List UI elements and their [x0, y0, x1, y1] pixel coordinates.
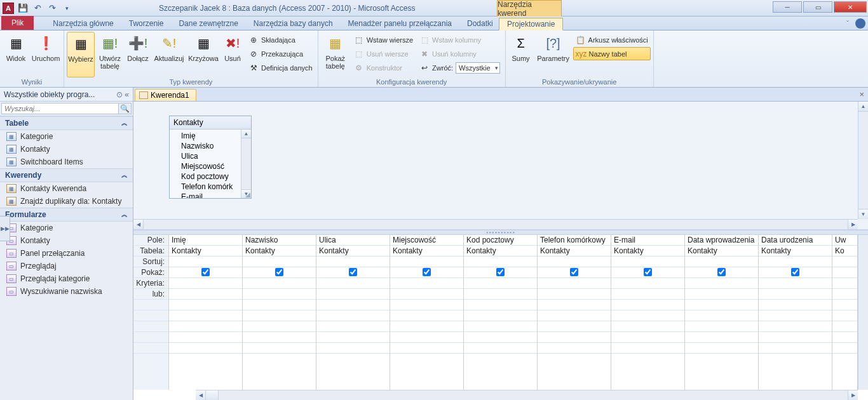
cell-or[interactable] [759, 289, 832, 300]
nav-item-switchboard[interactable]: ▦Switchboard Items [0, 156, 133, 168]
cell-criteria[interactable] [169, 278, 242, 289]
cell-table[interactable]: Kontakty [390, 246, 463, 257]
table-box-scrollbar[interactable]: ▲ ▼ [241, 130, 251, 198]
cell-show[interactable] [390, 267, 463, 278]
nav-group-tables[interactable]: Tabele︽ [0, 116, 133, 130]
append-button[interactable]: ➕! Dołącz [125, 32, 151, 77]
upper-v-scrollbar[interactable]: ▲ ▼ [858, 102, 868, 219]
resize-handle-icon[interactable] [243, 190, 251, 198]
show-checkbox[interactable] [349, 268, 357, 276]
nav-search-toggle-icon[interactable]: ⊙ « [116, 90, 129, 99]
nav-item-duplicates[interactable]: ▦Znajdź duplikaty dla: Kontakty [0, 195, 133, 208]
cell-field[interactable]: Data wprowadzenia [685, 235, 758, 246]
cell-field[interactable]: E-mail [611, 235, 684, 246]
cell-criteria[interactable] [390, 278, 463, 289]
cell-sort[interactable] [316, 257, 390, 267]
cell-sort[interactable] [538, 257, 611, 267]
cell-criteria[interactable] [316, 278, 390, 289]
help-icon[interactable]: ? [855, 18, 865, 29]
cell-or[interactable] [538, 289, 611, 300]
show-table-button[interactable]: ▦ Pokaż tabelę [321, 32, 350, 77]
return-dropdown[interactable]: ↩Zwróć: Wszystkie [417, 61, 503, 74]
nav-item-kontakty-kwerenda[interactable]: ▦Kontakty Kwerenda [0, 182, 133, 195]
scroll-left-icon[interactable]: ◀ [196, 390, 206, 400]
parameters-button[interactable]: [?] Parametry [535, 32, 572, 77]
show-checkbox[interactable] [717, 268, 726, 276]
cell-sort[interactable] [685, 257, 758, 267]
cell-table[interactable]: Kontakty [169, 246, 242, 257]
qat-dropdown-icon[interactable]: ▾ [60, 2, 74, 15]
nav-item-form-kategorie[interactable]: ▭Kategorie [0, 222, 133, 234]
show-checkbox[interactable] [496, 268, 505, 276]
nav-item-form-panel[interactable]: ▭Panel przełączania [0, 247, 133, 260]
cell-criteria[interactable] [464, 278, 537, 289]
cell-table[interactable]: Kontakty [611, 246, 684, 257]
field-item[interactable]: Miejscowość [170, 161, 251, 171]
nav-item-form-przegladaj-kat[interactable]: ▭Przeglądaj kategorie [0, 272, 133, 285]
cell-show[interactable] [611, 267, 684, 278]
cell-criteria[interactable] [538, 278, 611, 289]
field-item[interactable]: Ulica [170, 151, 251, 161]
tab-create[interactable]: Tworzenie [121, 17, 172, 30]
redo-icon[interactable]: ↷ [45, 2, 59, 15]
cell-show[interactable] [685, 267, 758, 278]
cell-field[interactable]: Imię [169, 235, 242, 246]
search-input[interactable] [1, 103, 119, 114]
table-names-button[interactable]: xyzNazwy tabel [573, 47, 651, 60]
cell-table[interactable]: Kontakty [538, 246, 611, 257]
document-close-icon[interactable]: × [859, 90, 864, 99]
app-icon[interactable]: A [1, 2, 15, 15]
nav-header[interactable]: Wszystkie obiekty progra... ⊙ « [0, 88, 133, 102]
cell-field[interactable]: Telefon komórkowy [538, 235, 611, 246]
undo-icon[interactable]: ↶ [31, 2, 44, 15]
tab-external-data[interactable]: Dane zewnętrzne [171, 17, 245, 30]
cell-show[interactable] [538, 267, 611, 278]
builder-button[interactable]: ⚙Konstruktor [351, 61, 416, 74]
show-checkbox[interactable] [791, 268, 799, 276]
cell-or[interactable] [169, 289, 242, 300]
show-checkbox[interactable] [423, 268, 431, 276]
scroll-right-icon[interactable]: ▶ [848, 390, 858, 400]
field-item[interactable]: Kod pocztowy [170, 171, 251, 182]
cell-field[interactable]: Data urodzenia [759, 235, 832, 246]
close-button[interactable]: ✕ [834, 1, 867, 13]
field-item[interactable]: Nazwisko [170, 141, 251, 151]
cell-field[interactable]: Ulica [316, 235, 390, 246]
cell-sort[interactable] [611, 257, 684, 267]
run-button[interactable]: ❗ Uruchom [31, 32, 61, 77]
cell-show[interactable] [169, 267, 242, 278]
cell-field[interactable]: Miejscowość [390, 235, 463, 246]
cell-or[interactable] [390, 289, 463, 300]
upper-h-scrollbar[interactable]: ◀ ▶ [133, 219, 858, 229]
ribbon-collapse-icon[interactable]: ˇ [843, 18, 853, 29]
minimize-button[interactable]: ─ [773, 1, 802, 13]
document-tab-kwerenda1[interactable]: Kwerenda1 [135, 89, 196, 101]
grid-v-scrollbar[interactable] [858, 235, 868, 390]
view-button[interactable]: ▦ Widok [3, 32, 29, 77]
cell-table[interactable]: Ko [832, 246, 857, 257]
table-box-title[interactable]: Kontakty [170, 116, 251, 130]
cell-table[interactable]: Kontakty [685, 246, 758, 257]
show-checkbox[interactable] [275, 268, 283, 276]
union-button[interactable]: ⊕Składająca [246, 33, 315, 46]
save-icon[interactable]: 💾 [16, 2, 30, 15]
cell-criteria[interactable] [759, 278, 832, 289]
cell-sort[interactable] [390, 257, 463, 267]
insert-cols-button[interactable]: ⬚Wstaw kolumny [417, 33, 503, 46]
nav-collapse-handle[interactable]: ▶▶ [0, 216, 10, 241]
cell-sort[interactable] [169, 257, 242, 267]
cell-sort[interactable] [243, 257, 316, 267]
cell-criteria[interactable] [685, 278, 758, 289]
cell-or[interactable] [316, 289, 390, 300]
cell-show[interactable] [243, 267, 316, 278]
scroll-up-icon[interactable]: ▲ [241, 130, 251, 138]
cell-sort[interactable] [464, 257, 537, 267]
field-item[interactable]: E-mail [170, 192, 251, 198]
cell-table[interactable]: Kontakty [316, 246, 390, 257]
cell-field[interactable]: Kod pocztowy [464, 235, 537, 246]
ddl-button[interactable]: ⚒Definicja danych [246, 61, 315, 74]
grid-h-scrollbar[interactable]: ◀ ▶ [196, 390, 858, 400]
nav-item-kategorie[interactable]: ▦Kategorie [0, 130, 133, 143]
update-button[interactable]: ✎! Aktualizuj [152, 32, 186, 77]
cell-show[interactable] [464, 267, 537, 278]
